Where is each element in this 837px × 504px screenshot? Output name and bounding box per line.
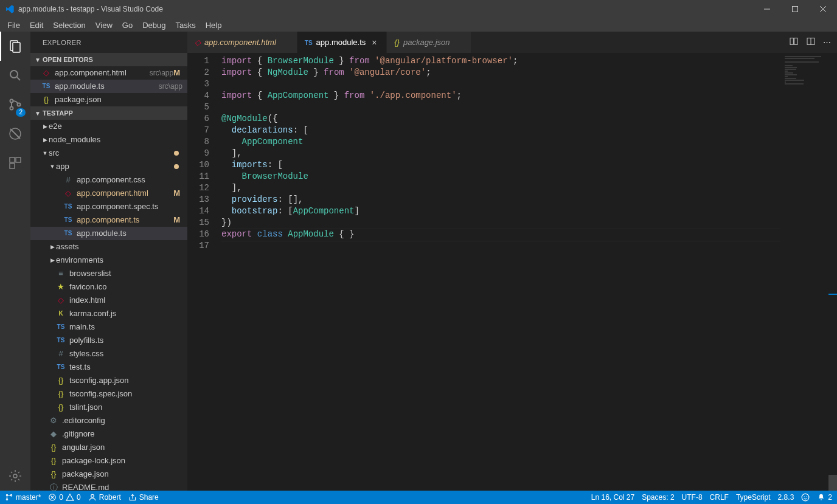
minimize-button[interactable]	[753, 0, 781, 18]
status-share[interactable]: Share	[128, 493, 159, 502]
svg-point-15	[6, 494, 7, 495]
scrollbar-thumb[interactable]	[828, 475, 837, 491]
menu-go[interactable]: Go	[117, 18, 137, 32]
file-item[interactable]: ⚙.editorconfig	[30, 414, 187, 427]
section-project[interactable]: ▼ TESTAPP	[30, 106, 187, 120]
file-item[interactable]: ≡browserslist	[30, 267, 187, 280]
file-item[interactable]: {}package-lock.json	[30, 454, 187, 468]
activity-debug[interactable]	[0, 119, 30, 148]
open-editor-item[interactable]: ◇app.component.htmlsrc\appM	[30, 66, 187, 80]
activity-extensions[interactable]	[0, 148, 30, 178]
minimap[interactable]	[780, 53, 828, 491]
file-item[interactable]: ◇app.component.htmlM	[30, 187, 187, 200]
folder-item[interactable]: ▶environments	[30, 254, 187, 267]
editor-group: ◇app.component.html×TSapp.module.ts×{}pa…	[187, 32, 837, 491]
code-area[interactable]: import { BrowserModule } from '@angular/…	[221, 53, 780, 491]
menu-selection[interactable]: Selection	[48, 18, 90, 32]
tree-label: karma.conf.js	[69, 307, 182, 320]
angular-icon: ◇	[195, 38, 201, 47]
git-icon: ◆	[49, 427, 58, 441]
file-item[interactable]: #app.component.css	[30, 173, 187, 187]
menu-view[interactable]: View	[91, 18, 117, 32]
status-problems[interactable]: 0 0	[48, 493, 80, 502]
menu-tasks[interactable]: Tasks	[170, 18, 200, 32]
file-item[interactable]: ⓘREADME.md	[30, 481, 187, 491]
status-language[interactable]: TypeScript	[736, 493, 771, 502]
activity-settings[interactable]	[0, 461, 30, 491]
tree-label: app	[56, 160, 174, 173]
file-item[interactable]: TSapp.component.spec.ts	[30, 200, 187, 213]
svg-point-21	[804, 496, 805, 497]
ts-icon: TS	[63, 200, 73, 213]
editor-tab[interactable]: ◇app.component.html×	[187, 32, 297, 53]
error-icon	[48, 493, 57, 502]
folder-item[interactable]: ▶e2e	[30, 120, 187, 133]
status-tsversion[interactable]: 2.8.3	[778, 493, 794, 502]
tree-label: assets	[56, 240, 182, 254]
file-item[interactable]: ◆.gitignore	[30, 427, 187, 441]
status-feedback[interactable]	[801, 493, 810, 502]
vertical-scrollbar[interactable]	[828, 53, 837, 491]
status-encoding[interactable]: UTF-8	[682, 493, 703, 502]
file-item[interactable]: {}tsconfig.app.json	[30, 374, 187, 387]
user-icon	[88, 493, 97, 502]
file-item[interactable]: TSpolyfills.ts	[30, 334, 187, 347]
folder-item[interactable]: ▶assets	[30, 240, 187, 254]
activity-explorer[interactable]	[0, 32, 30, 61]
json-icon: {}	[56, 401, 66, 414]
chevron-down-icon: ▼	[33, 110, 43, 117]
info-icon: ⓘ	[49, 481, 58, 491]
folder-item[interactable]: ▶node_modules	[30, 133, 187, 147]
status-indentation[interactable]: Spaces: 2	[642, 493, 674, 502]
status-notifications[interactable]: 2	[817, 493, 832, 502]
folder-item[interactable]: ▼src	[30, 147, 187, 160]
menu-help[interactable]: Help	[201, 18, 227, 32]
tree-label: tsconfig.spec.json	[69, 387, 182, 401]
file-item[interactable]: ◇index.html	[30, 294, 187, 307]
ts-icon: TS	[56, 361, 66, 374]
file-item[interactable]: #styles.css	[30, 347, 187, 361]
file-item[interactable]: {}package.json	[30, 468, 187, 481]
folder-item[interactable]: ▼app	[30, 160, 187, 173]
split-editor-icon[interactable]	[806, 36, 816, 48]
file-item[interactable]: TSapp.module.ts	[30, 227, 187, 240]
menu-debug[interactable]: Debug	[137, 18, 170, 32]
activity-source-control[interactable]: 2	[0, 90, 30, 119]
svg-point-19	[91, 494, 94, 497]
file-item[interactable]: TSmain.ts	[30, 320, 187, 334]
more-actions-icon[interactable]: ⋯	[823, 38, 831, 47]
svg-point-20	[802, 494, 809, 501]
file-item[interactable]: TStest.ts	[30, 361, 187, 374]
ts-icon: TS	[41, 80, 51, 93]
status-branch[interactable]: master*	[5, 493, 41, 502]
editor-tab[interactable]: {}package.json×	[387, 32, 471, 53]
ts-icon: TS	[56, 320, 66, 334]
file-item[interactable]: {}tsconfig.spec.json	[30, 387, 187, 401]
close-button[interactable]	[809, 0, 837, 18]
file-item[interactable]: TSapp.component.tsM	[30, 213, 187, 227]
file-item[interactable]: Kkarma.conf.js	[30, 307, 187, 320]
file-path: src\app	[150, 66, 173, 80]
compare-changes-icon[interactable]	[789, 36, 799, 48]
json-icon: {}	[49, 468, 58, 481]
editor[interactable]: 1234567891011121314151617 import { Brows…	[187, 53, 837, 491]
section-open-editors[interactable]: ▼ OPEN EDITORS	[30, 53, 187, 66]
file-item[interactable]: ★favicon.ico	[30, 280, 187, 294]
open-editor-item[interactable]: TSapp.module.tssrc\app	[30, 80, 187, 93]
json-icon: {}	[56, 374, 66, 387]
menu-edit[interactable]: Edit	[25, 18, 48, 32]
maximize-button[interactable]	[781, 0, 809, 18]
status-eol[interactable]: CRLF	[710, 493, 729, 502]
tab-close-icon[interactable]: ×	[369, 38, 379, 47]
window-title: app.module.ts - testapp - Visual Studio …	[18, 5, 753, 13]
open-editor-item[interactable]: {}package.json	[30, 93, 187, 106]
menu-file[interactable]: File	[2, 18, 25, 32]
json-icon: {}	[394, 38, 400, 47]
file-item[interactable]: {}angular.json	[30, 441, 187, 454]
file-item[interactable]: {}tslint.json	[30, 401, 187, 414]
status-position[interactable]: Ln 16, Col 27	[591, 493, 634, 502]
status-user[interactable]: Robert	[88, 493, 121, 502]
activity-search[interactable]	[0, 61, 30, 90]
file-tree: ▶e2e▶node_modules▼src▼app#app.component.…	[30, 120, 187, 491]
editor-tab[interactable]: TSapp.module.ts×	[297, 32, 387, 53]
